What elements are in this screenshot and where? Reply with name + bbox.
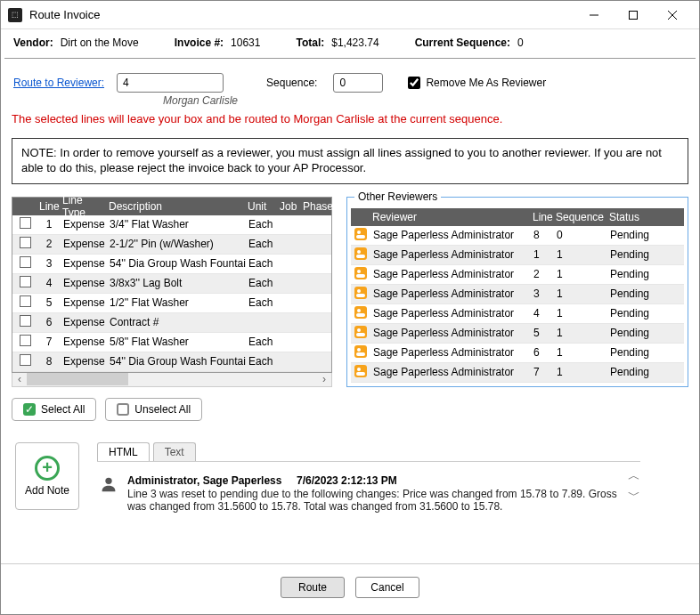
remove-me-checkbox[interactable]: Remove Me As Reviewer: [408, 77, 546, 89]
table-row[interactable]: 2Expense2-1/2'' Pin (w/Washer)Each: [12, 235, 331, 255]
plus-circle-icon: +: [35, 456, 60, 481]
minimize-button[interactable]: [574, 1, 614, 29]
row-checkbox[interactable]: [20, 354, 31, 366]
table-row[interactable]: Sage Paperless Administrator41Pending: [351, 304, 684, 324]
reviewers-grid-header: Reviewer Line Sequence Status: [351, 208, 684, 226]
col-reviewer-line[interactable]: Line: [531, 211, 554, 223]
table-row[interactable]: Sage Paperless Administrator21Pending: [351, 265, 684, 285]
route-to-reviewer-link[interactable]: Route to Reviewer:: [13, 77, 104, 89]
tab-text[interactable]: Text: [153, 442, 196, 461]
scroll-down-icon[interactable]: ﹀: [628, 489, 640, 501]
route-button[interactable]: Route: [281, 577, 345, 598]
table-row[interactable]: 1Expense3/4'' Flat WasherEach: [12, 215, 331, 235]
row-checkbox[interactable]: [20, 276, 31, 287]
cell-line: 7: [37, 336, 61, 348]
close-button[interactable]: [653, 1, 692, 29]
table-row[interactable]: 6ExpenseContract #: [12, 313, 331, 333]
cell-reviewer-line: 8: [531, 229, 554, 241]
person-badge-icon: [354, 267, 367, 279]
cell-line: 8: [37, 355, 61, 368]
select-all-button[interactable]: ✓ Select All: [12, 398, 96, 421]
cell-reviewer-status: Pending: [607, 366, 670, 378]
note-author: Administrator, Sage Paperless: [127, 474, 281, 487]
lines-horizontal-scrollbar[interactable]: ‹ ›: [12, 373, 332, 387]
cell-reviewer-status: Pending: [607, 229, 670, 241]
invoice-label: Invoice #:: [175, 36, 224, 49]
cell-line: 1: [37, 218, 61, 231]
cell-reviewer-line: 6: [531, 346, 554, 359]
table-row[interactable]: 3Expense54'' Dia Group Wash FountainEach: [12, 255, 331, 274]
vendor-label: Vendor:: [13, 36, 53, 49]
cell-reviewer-sequence: 1: [554, 327, 607, 339]
row-checkbox[interactable]: [20, 256, 31, 268]
row-checkbox[interactable]: [20, 237, 31, 248]
notes-scrollbar[interactable]: ︿ ﹀: [628, 469, 640, 501]
empty-checkbox-icon: [117, 403, 129, 416]
table-row[interactable]: 4Expense3/8x3'' Lag BoltEach: [12, 274, 331, 294]
table-row[interactable]: Sage Paperless Administrator71Pending: [351, 363, 684, 383]
cell-description: 54'' Dia Group Wash Fountain: [107, 257, 246, 270]
scroll-thumb[interactable]: [27, 373, 128, 385]
col-reviewer-status[interactable]: Status: [607, 211, 670, 223]
person-badge-icon: [354, 365, 367, 377]
cell-unit: Each: [246, 277, 278, 289]
col-reviewer-sequence[interactable]: Sequence: [554, 211, 607, 223]
cell-reviewer-status: Pending: [607, 268, 670, 280]
col-phase[interactable]: Phase: [301, 200, 331, 213]
cell-line: 2: [37, 238, 61, 250]
row-checkbox[interactable]: [20, 335, 31, 346]
row-checkbox[interactable]: [20, 295, 31, 307]
route-to-reviewer-input[interactable]: [117, 73, 224, 93]
cell-description: 5/8'' Flat Washer: [107, 336, 246, 348]
col-line-type[interactable]: Line Type: [61, 194, 107, 219]
cell-unit: Each: [246, 336, 278, 348]
cell-unit: Each: [246, 355, 278, 368]
tab-html[interactable]: HTML: [97, 442, 150, 461]
cancel-button[interactable]: Cancel: [355, 577, 419, 598]
cell-description: 1/2'' Flat Washer: [107, 296, 246, 309]
table-row[interactable]: Sage Paperless Administrator61Pending: [351, 344, 684, 363]
table-row[interactable]: 7Expense5/8'' Flat WasherEach: [12, 333, 331, 352]
cell-line: 3: [37, 257, 61, 270]
cell-description: 3/8x3'' Lag Bolt: [107, 277, 246, 289]
cell-reviewer: Sage Paperless Administrator: [370, 287, 531, 300]
scroll-right-icon[interactable]: ›: [319, 374, 330, 384]
cell-reviewer-status: Pending: [607, 307, 670, 320]
row-checkbox[interactable]: [20, 315, 31, 327]
unselect-all-button[interactable]: Unselect All: [105, 398, 202, 421]
table-row[interactable]: 8Expense54'' Dia Group Wash FountainEach: [12, 352, 331, 372]
row-checkbox[interactable]: [20, 217, 31, 229]
table-row[interactable]: Sage Paperless Administrator31Pending: [351, 285, 684, 304]
reviewer-name-hint: Morgan Carlisle: [151, 94, 699, 107]
scroll-up-icon[interactable]: ︿: [628, 469, 640, 481]
col-unit[interactable]: Unit: [246, 200, 278, 213]
cell-line: 4: [37, 277, 61, 289]
table-row[interactable]: 5Expense1/2'' Flat WasherEach: [12, 294, 331, 313]
cell-reviewer-sequence: 0: [554, 229, 607, 241]
svg-point-4: [105, 477, 111, 483]
cell-reviewer-line: 2: [531, 268, 554, 280]
cell-reviewer-status: Pending: [607, 327, 670, 339]
cell-reviewer: Sage Paperless Administrator: [370, 366, 531, 378]
unselect-all-label: Unselect All: [134, 403, 191, 416]
remove-me-checkbox-input[interactable]: [408, 77, 420, 89]
cell-reviewer-line: 3: [531, 287, 554, 300]
col-description[interactable]: Description: [107, 200, 246, 213]
cell-reviewer: Sage Paperless Administrator: [370, 248, 531, 261]
table-row[interactable]: Sage Paperless Administrator51Pending: [351, 324, 684, 344]
maximize-button[interactable]: [614, 1, 653, 29]
table-row[interactable]: Sage Paperless Administrator11Pending: [351, 246, 684, 265]
sequence-input[interactable]: [333, 73, 383, 93]
cell-reviewer-status: Pending: [607, 287, 670, 300]
add-note-button[interactable]: + Add Note: [15, 442, 79, 510]
scroll-left-icon[interactable]: ‹: [14, 374, 25, 384]
col-reviewer[interactable]: Reviewer: [370, 211, 531, 223]
cell-reviewer-sequence: 1: [554, 268, 607, 280]
cell-reviewer-line: 1: [531, 248, 554, 261]
table-row[interactable]: Sage Paperless Administrator80Pending: [351, 226, 684, 246]
col-job[interactable]: Job: [278, 200, 301, 213]
add-note-label: Add Note: [25, 484, 69, 497]
cell-line-type: Expense: [61, 277, 107, 289]
col-line[interactable]: Line: [37, 200, 61, 213]
note-info-box: NOTE: In order to remove yourself as a r…: [12, 138, 688, 184]
